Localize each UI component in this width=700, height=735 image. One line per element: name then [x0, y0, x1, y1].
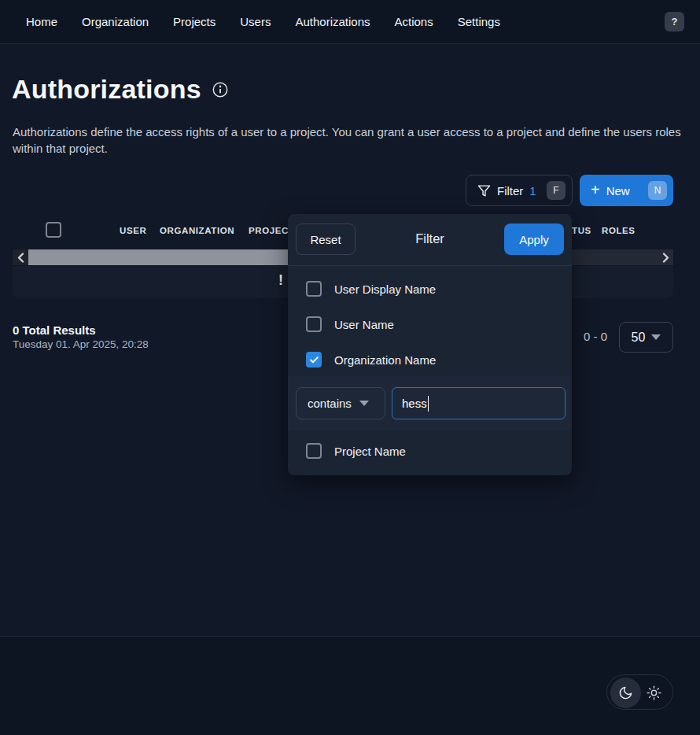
filter-value-text: hess [402, 397, 427, 410]
operator-select[interactable]: contains [296, 387, 385, 419]
column-header-roles[interactable]: ROLES [602, 226, 636, 235]
text-caret [428, 396, 429, 412]
operator-value: contains [308, 397, 352, 410]
nav-item-settings[interactable]: Settings [458, 15, 500, 28]
page-title: Authorizations [12, 74, 201, 105]
filter-value-input[interactable]: hess [392, 387, 566, 419]
info-icon[interactable] [212, 81, 229, 98]
column-header-user[interactable]: USER [120, 226, 146, 235]
page-footer [0, 636, 700, 735]
scroll-right-icon[interactable] [658, 249, 673, 265]
filter-field-label: User Display Name [334, 283, 436, 296]
top-nav: Home Organization Projects Users Authori… [0, 0, 700, 44]
moon-icon [618, 685, 633, 700]
checkbox-user-name[interactable] [306, 316, 322, 332]
alert-icon: ! [278, 272, 283, 289]
divider [288, 265, 572, 266]
filter-popup-header: Reset Filter Apply [288, 214, 572, 264]
light-mode-button[interactable] [639, 678, 669, 708]
nav-item-actions[interactable]: Actions [395, 15, 433, 28]
nav-item-projects[interactable]: Projects [173, 15, 216, 28]
column-header-organization[interactable]: ORGANIZATION [160, 226, 234, 235]
filter-field-user-display-name[interactable]: User Display Name [288, 278, 572, 300]
sun-icon [647, 685, 661, 700]
total-results: 0 Total Results [13, 323, 96, 337]
new-button[interactable]: + New N [580, 175, 673, 206]
chevron-down-icon [359, 401, 369, 406]
nav-item-users[interactable]: Users [240, 15, 271, 28]
nav-item-authorizations[interactable]: Authorizations [295, 15, 370, 28]
page-size-value: 50 [632, 331, 646, 345]
filter-shortcut-key: F [547, 181, 566, 200]
filter-field-project-name[interactable]: Project Name [288, 440, 572, 462]
dark-mode-button[interactable] [610, 678, 641, 708]
filter-field-label: Organization Name [334, 353, 436, 367]
filter-condition-row: contains hess [288, 376, 572, 430]
filter-field-organization-name[interactable]: Organization Name [288, 349, 572, 371]
filter-field-user-name[interactable]: User Name [288, 313, 572, 335]
page-description: Authorizations define the access rights … [13, 124, 683, 157]
filter-count-badge: 1 [529, 184, 536, 198]
app-window: Home Organization Projects Users Authori… [0, 0, 700, 735]
page-size-select[interactable]: 50 [619, 322, 673, 353]
scroll-left-icon[interactable] [13, 249, 28, 265]
apply-button[interactable]: Apply [504, 223, 564, 255]
filter-button[interactable]: Filter 1 F [466, 175, 573, 206]
checkbox-user-display-name[interactable] [306, 281, 322, 297]
help-button[interactable]: ? [665, 12, 684, 31]
filter-field-label: Project Name [334, 445, 406, 458]
chevron-down-icon [651, 334, 661, 340]
filter-funnel-icon [477, 184, 491, 198]
filter-popup: Reset Filter Apply User Display Name Use… [288, 214, 572, 475]
filter-button-label: Filter [497, 184, 523, 198]
theme-toggle [606, 674, 673, 710]
checkbox-project-name[interactable] [306, 443, 322, 459]
checkbox-organization-name[interactable] [306, 352, 322, 368]
new-shortcut-key: N [648, 181, 667, 200]
pagination-range: 0 - 0 [584, 330, 607, 343]
filter-field-label: User Name [334, 318, 394, 331]
select-all-checkbox[interactable] [46, 222, 61, 238]
results-timestamp: Tuesday 01. Apr 2025, 20:28 [13, 338, 149, 350]
plus-icon: + [591, 182, 600, 198]
new-button-label: New [606, 184, 630, 198]
nav-item-home[interactable]: Home [26, 15, 57, 28]
nav-item-organization[interactable]: Organization [82, 15, 149, 28]
